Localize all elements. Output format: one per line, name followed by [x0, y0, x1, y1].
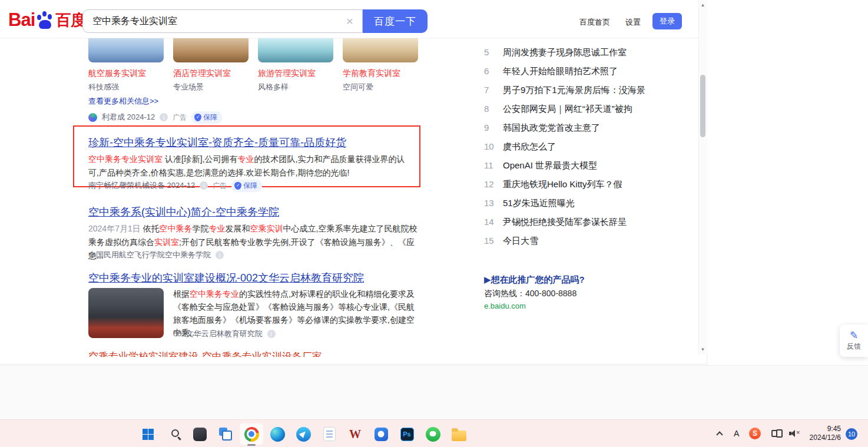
scroll-down-icon[interactable]: ▼: [698, 347, 707, 352]
result-title-1[interactable]: 空中乘务系(实训中心)简介-空中乘务学院: [88, 205, 279, 219]
source-row-ad: 南宁畅忆馨荣机械设备 2024-12 广告 保障: [88, 180, 262, 191]
result-thumbnail-cabin[interactable]: [88, 288, 164, 338]
clipped-result-title[interactable]: 空乘专业学校实训室建设-空中乘务专业实训设备厂家: [88, 352, 347, 357]
tray-volume-muted-icon[interactable]: [789, 429, 801, 438]
taskbar-word[interactable]: W: [343, 423, 367, 445]
hot-rank: 11: [484, 160, 497, 170]
related-image-title-4[interactable]: 学前教育实训室: [343, 68, 400, 79]
shield-check-icon: [194, 114, 201, 121]
hot-item-12[interactable]: 12重庆地铁现Hello Kitty列车？假: [484, 179, 694, 190]
hot-text: 今日大雪: [503, 236, 538, 247]
scroll-up-icon[interactable]: ▲: [698, 2, 707, 8]
tray-sogou-icon[interactable]: S: [749, 428, 761, 439]
search-icon: [171, 429, 179, 437]
scrollbar-track[interactable]: [698, 0, 707, 355]
related-image-subtitle-1: 科技感强: [88, 82, 119, 92]
folder-icon: [452, 431, 466, 441]
hot-item-9[interactable]: 9韩国执政党党首改主意了: [484, 122, 694, 134]
baidu-logo[interactable]: Bai 百度: [8, 7, 86, 33]
related-image-thumb-1[interactable]: [88, 38, 164, 62]
result-title-2[interactable]: 空中乘务专业的实训室建设概况-002文华云启林教育研究院: [88, 271, 364, 285]
taskbar-compass-browser[interactable]: [291, 423, 315, 445]
hot-item-10[interactable]: 10虞书欣怎么了: [484, 141, 694, 153]
baozhang-badge[interactable]: 保障: [191, 111, 222, 124]
hot-item-7[interactable]: 7男子9万拍下1元海景房后悔：没海景: [484, 85, 694, 96]
info-icon[interactable]: [200, 181, 208, 190]
hot-item-11[interactable]: 11OpenAI 世界最贵大模型: [484, 160, 694, 171]
related-image-subtitle-2: 专业场景: [173, 82, 204, 92]
clear-search-icon[interactable]: ×: [337, 10, 362, 32]
notification-count-badge[interactable]: 10: [846, 428, 857, 440]
source-row-related: 利君成 2024-12 广告 保障: [88, 112, 222, 122]
tray-cast-icon[interactable]: [771, 430, 781, 437]
taskbar: W Ps A S 9:45 2024/12/6 10: [0, 419, 868, 447]
hot-text: 公安部网安局｜网红“祁天道”被拘: [503, 104, 632, 115]
hot-item-13[interactable]: 1351岁朱迅近照曝光: [484, 198, 694, 209]
info-icon[interactable]: [216, 251, 224, 259]
badge-label: 保障: [203, 112, 217, 122]
taskbar-notes[interactable]: [317, 423, 341, 445]
related-image-thumb-3[interactable]: [258, 38, 333, 62]
hot-rank: 15: [484, 236, 497, 246]
promo-hotline: 咨询热线：400-800-8888: [484, 289, 577, 299]
browser-page: Bai 百度 × 百度一下 百度首页 设置 登录 航空服务实训室 酒店管理实训室…: [0, 0, 707, 365]
promo-title[interactable]: ▶想在此推广您的产品吗?: [484, 274, 585, 286]
nav-baidu-home[interactable]: 百度首页: [579, 17, 610, 28]
hot-item-6[interactable]: 6年轻人开始给眼睛拍艺术照了: [484, 66, 694, 77]
source-row-2: 002文华云启林教育研究院: [173, 329, 276, 339]
blue-app-icon: [375, 428, 388, 441]
related-image-title-2[interactable]: 酒店管理实训室: [173, 68, 231, 79]
hot-item-14[interactable]: 14尹锡悦拒绝接受陆军参谋长辞呈: [484, 217, 694, 228]
hot-rank: 5: [484, 47, 497, 57]
green-chat-icon: [426, 427, 440, 442]
taskbar-dark-app[interactable]: [188, 423, 211, 445]
tray-ime-indicator[interactable]: A: [734, 429, 739, 438]
hot-item-8[interactable]: 8公安部网安局｜网红“祁天道”被拘: [484, 104, 694, 115]
hot-text: 51岁朱迅近照曝光: [503, 198, 575, 209]
promo-link[interactable]: e.baidu.com: [484, 302, 526, 310]
baozhang-badge[interactable]: 保障: [231, 180, 262, 192]
taskbar-file-explorer[interactable]: [447, 423, 471, 445]
source-name: 002文华云启林教育研究院: [173, 329, 263, 339]
taskbar-chrome[interactable]: [240, 423, 263, 445]
hot-text: 重庆地铁现Hello Kitty列车？假: [503, 179, 622, 190]
hot-item-5[interactable]: 5周润发携妻子现身陈思诚工作室: [484, 47, 694, 58]
baidu-logo-cn: 百度: [55, 10, 86, 31]
taskbar-start-button[interactable]: [136, 423, 160, 445]
tray-clock[interactable]: 9:45 2024/12/6: [800, 425, 841, 442]
related-image-title-1[interactable]: 航空服务实训室: [88, 68, 146, 79]
taskbar-blue-app[interactable]: [369, 423, 393, 445]
taskbar-search-button[interactable]: [162, 423, 185, 445]
taskbar-edge[interactable]: [266, 423, 289, 445]
ad-label: 广告: [173, 112, 187, 122]
hot-item-15[interactable]: 15今日大雪: [484, 236, 694, 247]
hot-rank: 14: [484, 217, 497, 227]
source-name: 中国民用航空飞行学院空中乘务学院: [88, 250, 211, 260]
related-image-title-3[interactable]: 旅游管理实训室: [258, 68, 316, 79]
more-related-link[interactable]: 查看更多相关信息>>: [88, 96, 158, 107]
result-title-ad[interactable]: 珍新-空中乘务专业实训室-资质齐全-质量可靠-品质好货: [88, 135, 346, 150]
related-image-thumb-2[interactable]: [173, 38, 249, 62]
task-view-icon: [219, 428, 232, 441]
related-image-thumb-4[interactable]: [343, 38, 418, 62]
hot-rank: 7: [484, 85, 497, 95]
login-button[interactable]: 登录: [652, 13, 682, 29]
windows-start-icon: [143, 429, 154, 440]
info-icon[interactable]: [267, 330, 276, 338]
word-icon: W: [349, 428, 361, 441]
search-button[interactable]: 百度一下: [363, 9, 428, 33]
info-icon[interactable]: [160, 113, 168, 121]
hot-rank: 8: [484, 104, 497, 114]
feedback-widget[interactable]: ✎ 反馈: [840, 325, 868, 357]
pencil-icon: ✎: [850, 330, 858, 340]
hot-rank: 13: [484, 198, 497, 208]
tray-chevron-up-icon[interactable]: [716, 431, 723, 438]
taskbar-green-chat[interactable]: [421, 423, 445, 445]
nav-settings[interactable]: 设置: [625, 17, 641, 28]
search-input[interactable]: [83, 10, 337, 32]
related-image-subtitle-4: 空间可爱: [343, 82, 373, 92]
taskbar-task-view[interactable]: [214, 423, 237, 445]
ad-label: 广告: [213, 181, 227, 191]
taskbar-photoshop[interactable]: Ps: [395, 423, 419, 445]
scrollbar-thumb[interactable]: [700, 75, 705, 137]
